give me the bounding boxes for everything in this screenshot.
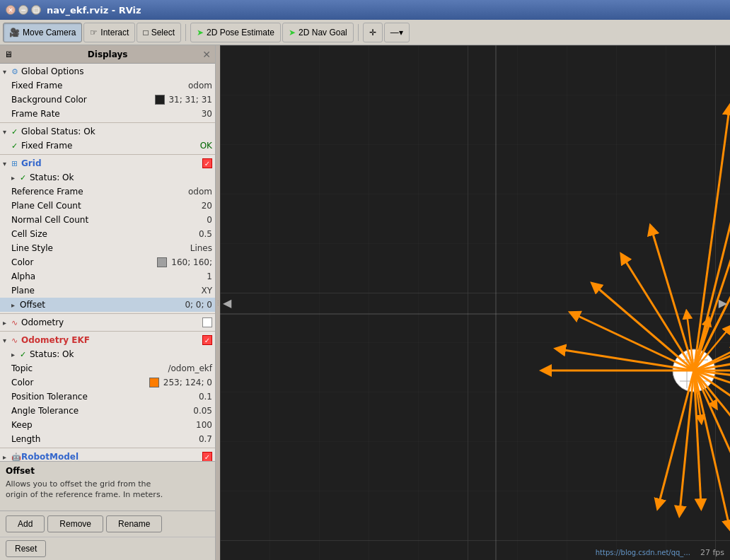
odometry-row[interactable]: ▸ ∿ Odometry: [0, 315, 215, 329]
select-button[interactable]: □ Select: [137, 23, 181, 42]
normal-cell-count-row[interactable]: Normal Cell Count 0: [0, 213, 215, 227]
ekf-color-swatch[interactable]: [149, 378, 159, 387]
svg-line-13: [694, 158, 730, 371]
global-options-item: ▾ ⚙ Global Options Fixed Frame odom Back…: [0, 64, 215, 122]
divider-1: [0, 122, 215, 123]
info-text: Allows you to offset the grid from theor…: [6, 479, 209, 501]
gear-icon: ⚙: [11, 67, 21, 76]
displays-header: 🖥 Displays ✕: [0, 45, 215, 64]
tree-panel: ▾ ⚙ Global Options Fixed Frame odom Back…: [0, 64, 215, 461]
angle-tolerance-label: Angle Tolerance: [11, 406, 193, 416]
window-controls[interactable]: × − □: [6, 5, 41, 15]
reference-frame-row[interactable]: Reference Frame odom: [0, 185, 215, 199]
grid-color-row[interactable]: Color 160; 160;: [0, 255, 215, 269]
global-options-label: Global Options: [21, 66, 212, 76]
cell-size-row[interactable]: Cell Size 0.5: [0, 227, 215, 241]
rename-button[interactable]: Rename: [106, 515, 162, 532]
arrow-icon: —▾: [390, 28, 403, 37]
pose-estimate-button[interactable]: ➤ 2D Pose Estimate: [190, 23, 281, 42]
maximize-button[interactable]: □: [31, 5, 41, 15]
keep-row[interactable]: Keep 100: [0, 418, 215, 432]
reset-button[interactable]: Reset: [6, 540, 46, 557]
minimize-button[interactable]: −: [18, 5, 28, 15]
line-style-value: Lines: [190, 243, 212, 253]
grid-color-swatch[interactable]: [157, 257, 167, 267]
ekf-color-label: Color: [11, 378, 149, 387]
plus-button[interactable]: ✛: [363, 23, 383, 42]
position-tolerance-row[interactable]: Position Tolerance 0.1: [0, 390, 215, 404]
arrows-container: [220, 45, 730, 560]
topic-row[interactable]: Topic /odom_ekf: [0, 361, 215, 375]
bg-color-row[interactable]: Background Color 31; 31; 31: [0, 93, 215, 107]
check-icon: ✓: [11, 141, 21, 151]
nav-icon: ➤: [289, 28, 296, 37]
odometry-checkbox[interactable]: [202, 317, 212, 327]
nav-goal-label: 2D Nav Goal: [299, 28, 347, 37]
info-title: Offset: [6, 466, 209, 476]
remove-button[interactable]: Remove: [47, 515, 103, 532]
topic-label: Topic: [11, 363, 168, 373]
odometry-ekf-icon: ∿: [11, 336, 21, 345]
move-camera-button[interactable]: 🎥 Move Camera: [3, 23, 82, 42]
add-button[interactable]: Add: [6, 515, 45, 532]
grid-row[interactable]: ▾ ⊞ Grid ✓: [0, 156, 215, 170]
nav-right-arrow[interactable]: ▶: [719, 296, 727, 310]
info-panel: Offset Allows you to offset the grid fro…: [0, 461, 215, 511]
bg-color-value: 31; 31; 31: [155, 95, 212, 105]
ekf-status-row[interactable]: ▸ ✓ Status: Ok: [0, 347, 215, 361]
grid-status-row[interactable]: ▸ ✓ Status: Ok: [0, 170, 215, 185]
check-icon: ✓: [20, 350, 30, 359]
odometry-ekf-checkbox[interactable]: ✓: [202, 335, 212, 345]
robot-model-item: ▸ 🤖 RobotModel ✓: [0, 449, 215, 461]
keep-value: 100: [196, 420, 212, 430]
odometry-label: Odometry: [21, 317, 202, 327]
grid-checkbox[interactable]: ✓: [202, 158, 212, 168]
plane-row[interactable]: Plane XY: [0, 284, 215, 298]
length-row[interactable]: Length 0.7: [0, 432, 215, 446]
robot-model-checkbox[interactable]: ✓: [202, 452, 212, 461]
nav-goal-button[interactable]: ➤ 2D Nav Goal: [282, 23, 354, 42]
arrow-button[interactable]: —▾: [384, 23, 410, 42]
svg-line-16: [694, 109, 729, 371]
check-icon: ✓: [11, 127, 21, 136]
alpha-row[interactable]: Alpha 1: [0, 269, 215, 284]
expand-icon: ▸: [3, 453, 11, 461]
angle-tolerance-row[interactable]: Angle Tolerance 0.05: [0, 404, 215, 418]
offset-row[interactable]: ▸ Offset 0; 0; 0: [0, 298, 215, 312]
close-button[interactable]: ×: [6, 5, 16, 15]
normal-cell-count-label: Normal Cell Count: [11, 215, 207, 225]
position-tolerance-label: Position Tolerance: [11, 392, 199, 402]
odometry-ekf-item: ▾ ∿ Odometry EKF ✓ ▸ ✓ Status: Ok Topic …: [0, 332, 215, 447]
odometry-ekf-row[interactable]: ▾ ∿ Odometry EKF ✓: [0, 333, 215, 347]
ekf-color-row[interactable]: Color 253; 124; 0: [0, 375, 215, 390]
global-status-fixed-row[interactable]: ✓ Fixed Frame OK: [0, 139, 215, 153]
nav-left-arrow[interactable]: ◀: [223, 296, 231, 310]
interact-icon: ☞: [90, 28, 98, 37]
interact-button[interactable]: ☞ Interact: [83, 23, 135, 42]
frame-rate-row[interactable]: Frame Rate 30: [0, 107, 215, 121]
odometry-ekf-label: Odometry EKF: [21, 335, 202, 345]
fixed-frame-value: odom: [188, 81, 212, 91]
plane-cell-count-row[interactable]: Plane Cell Count 20: [0, 199, 215, 213]
length-value: 0.7: [199, 434, 212, 444]
pose-estimate-label: 2D Pose Estimate: [207, 28, 274, 37]
line-style-row[interactable]: Line Style Lines: [0, 241, 215, 255]
global-status-label: Global Status: Ok: [21, 127, 212, 136]
fixed-frame-row[interactable]: Fixed Frame odom: [0, 78, 215, 93]
global-status-row[interactable]: ▾ ✓ Global Status: Ok: [0, 124, 215, 139]
fixed-frame-label: Fixed Frame: [11, 81, 188, 91]
ekf-color-value: 253; 124; 0: [149, 378, 212, 388]
robot-model-row[interactable]: ▸ 🤖 RobotModel ✓: [0, 450, 215, 461]
frame-rate-value: 30: [202, 109, 212, 119]
displays-close-button[interactable]: ✕: [202, 49, 211, 60]
link-text[interactable]: https://blog.csdn.net/qq_...: [596, 549, 690, 556]
expand-icon: ▸: [11, 351, 20, 358]
plane-cell-count-label: Plane Cell Count: [11, 201, 202, 211]
odometry-item: ▸ ∿ Odometry: [0, 315, 215, 330]
offset-value: 0; 0; 0: [185, 300, 212, 310]
position-tolerance-value: 0.1: [199, 392, 212, 402]
viewport[interactable]: ◀ ▶ https://blog.csdn.net/qq_... 27 fps: [220, 45, 730, 560]
length-label: Length: [11, 434, 199, 444]
global-options-row[interactable]: ▾ ⚙ Global Options: [0, 64, 215, 78]
bg-color-swatch[interactable]: [155, 95, 165, 105]
